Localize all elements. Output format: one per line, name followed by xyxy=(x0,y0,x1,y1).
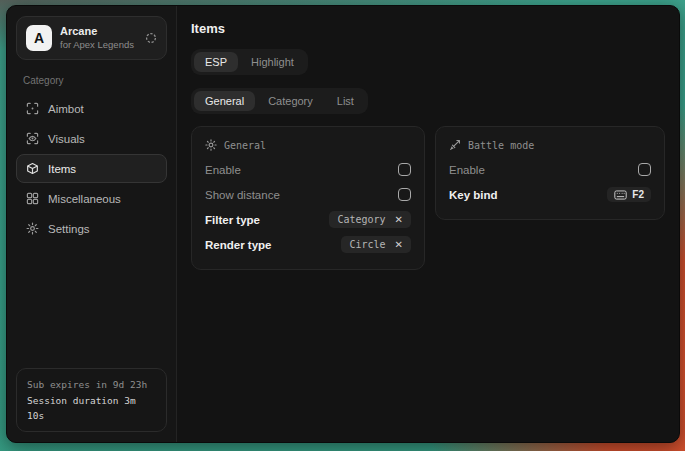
status-ring-icon xyxy=(145,32,157,44)
show-distance-checkbox[interactable] xyxy=(398,188,411,201)
sidebar-item-settings[interactable]: Settings xyxy=(16,214,167,243)
app-logo: A xyxy=(26,25,52,51)
setting-label: Enable xyxy=(205,164,241,176)
app-subtitle: for Apex Legends xyxy=(60,39,137,51)
sub-expiry-text: Sub expires in 9d 23h xyxy=(27,377,156,392)
battle-enable-checkbox[interactable] xyxy=(638,163,651,176)
setting-label: Show distance xyxy=(205,189,280,201)
session-duration-text: Session duration 3m 10s xyxy=(27,393,156,423)
tab-esp[interactable]: ESP xyxy=(194,52,238,72)
setting-label: Filter type xyxy=(205,214,260,226)
app-name: Arcane xyxy=(60,25,137,39)
enable-checkbox[interactable] xyxy=(398,163,411,176)
subscription-card: Sub expires in 9d 23h Session duration 3… xyxy=(16,368,167,432)
view-tab-group: General Category List xyxy=(191,88,368,114)
panel-general: General Enable Show distance Filter type… xyxy=(191,126,425,270)
sun-icon xyxy=(205,139,217,151)
package-icon xyxy=(25,162,39,175)
mode-tab-group: ESP Highlight xyxy=(191,49,308,75)
sidebar: A Arcane for Apex Legends Category Aimbo xyxy=(7,6,177,442)
gear-icon xyxy=(25,222,39,235)
chip-value: Category xyxy=(337,214,385,225)
setting-label: Enable xyxy=(449,164,485,176)
grid-icon xyxy=(25,192,39,205)
tab-highlight[interactable]: Highlight xyxy=(240,52,305,72)
remove-chip-icon[interactable]: ✕ xyxy=(395,214,403,225)
panel-title: Battle mode xyxy=(468,140,534,151)
setting-row-key-bind: Key bind F2 xyxy=(449,182,651,207)
sidebar-item-label: Items xyxy=(48,163,76,175)
sidebar-item-label: Aimbot xyxy=(48,103,84,115)
setting-label: Render type xyxy=(205,239,271,251)
filter-type-chip[interactable]: Category ✕ xyxy=(329,211,411,228)
setting-row-filter-type: Filter type Category ✕ xyxy=(205,207,411,232)
crosshair-icon xyxy=(25,102,39,115)
sidebar-item-label: Settings xyxy=(48,223,90,235)
sword-icon xyxy=(449,139,461,151)
sidebar-item-visuals[interactable]: Visuals xyxy=(16,124,167,153)
sidebar-item-label: Visuals xyxy=(48,133,85,145)
page-title: Items xyxy=(191,21,665,36)
panel-battle-mode: Battle mode Enable Key bind F2 xyxy=(435,126,665,220)
setting-row-enable: Enable xyxy=(449,157,651,182)
sidebar-item-aimbot[interactable]: Aimbot xyxy=(16,94,167,123)
sidebar-item-label: Miscellaneous xyxy=(48,193,121,205)
tab-list[interactable]: List xyxy=(326,91,365,111)
app-header-card: A Arcane for Apex Legends xyxy=(16,16,167,60)
sidebar-item-miscellaneous[interactable]: Miscellaneous xyxy=(16,184,167,213)
keyboard-icon xyxy=(614,190,627,200)
setting-row-render-type: Render type Circle ✕ xyxy=(205,232,411,257)
tab-category[interactable]: Category xyxy=(257,91,324,111)
scan-eye-icon xyxy=(25,132,39,145)
tab-general[interactable]: General xyxy=(194,91,255,111)
sidebar-item-items[interactable]: Items xyxy=(16,154,167,183)
keybind-button[interactable]: F2 xyxy=(607,187,651,202)
panel-title: General xyxy=(224,140,266,151)
render-type-chip[interactable]: Circle ✕ xyxy=(341,236,411,253)
setting-row-enable: Enable xyxy=(205,157,411,182)
app-window: A Arcane for Apex Legends Category Aimbo xyxy=(6,5,680,443)
setting-row-show-distance: Show distance xyxy=(205,182,411,207)
category-label: Category xyxy=(23,75,167,86)
remove-chip-icon[interactable]: ✕ xyxy=(395,239,403,250)
setting-label: Key bind xyxy=(449,189,498,201)
keybind-value: F2 xyxy=(632,189,644,200)
main-content: Items ESP Highlight General Category Lis… xyxy=(177,6,679,442)
chip-value: Circle xyxy=(349,239,385,250)
